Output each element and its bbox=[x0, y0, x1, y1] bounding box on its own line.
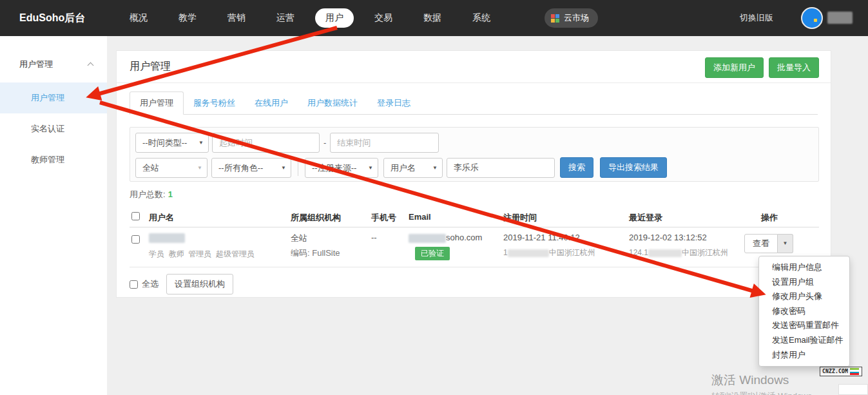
register-source-select[interactable]: --注册来源-- ▼ bbox=[305, 158, 378, 178]
cloud-market-button[interactable]: 云市场 bbox=[545, 8, 598, 28]
role-student: 学员 bbox=[149, 249, 164, 258]
user-roles: 学员 教师 管理员 超级管理员 bbox=[149, 249, 255, 260]
page-title: 用户管理 bbox=[130, 60, 171, 73]
menu-item-set-user-group[interactable]: 设置用户组 bbox=[759, 275, 849, 290]
caret-down-icon: ▼ bbox=[368, 159, 373, 177]
user-table: 用户名 所属组织机构 手机号 Email 注册时间 最近登录 操作 学员 教师 … bbox=[130, 208, 819, 267]
sidebar-item-user-management[interactable]: 用户管理 bbox=[0, 82, 107, 113]
nav-item-data[interactable]: 数据 bbox=[408, 12, 457, 24]
caret-down-icon: ▼ bbox=[281, 159, 286, 177]
login-location-text: 中国浙江杭州 bbox=[682, 248, 728, 257]
nav-item-user-active[interactable]: 用户 bbox=[310, 8, 359, 28]
user-total-label: 用户总数: bbox=[130, 189, 166, 199]
sidebar-group-user-management[interactable]: 用户管理 bbox=[0, 54, 107, 75]
caret-down-icon: ▼ bbox=[198, 133, 204, 152]
caret-down-icon: ▼ bbox=[197, 159, 202, 177]
filter-panel: --时间类型-- ▼ - 全站 ▼ --所有角色-- ▼ --注册来源-- bbox=[130, 127, 819, 182]
add-user-button[interactable]: 添加新用户 bbox=[705, 57, 764, 78]
sidebar: 用户管理 用户管理 实名认证 教师管理 bbox=[0, 36, 107, 395]
site-select[interactable]: 全站 ▼ bbox=[135, 158, 207, 178]
email-redacted bbox=[409, 234, 446, 243]
select-all-checkbox[interactable] bbox=[130, 280, 138, 289]
row-checkbox[interactable] bbox=[131, 235, 140, 244]
search-field-select[interactable]: 用户名 ▼ bbox=[383, 158, 443, 178]
watermark-line1: 激活 Windows bbox=[711, 372, 812, 389]
nav-item-system[interactable]: 系统 bbox=[457, 12, 506, 24]
nav-item-overview[interactable]: 概况 bbox=[114, 12, 163, 24]
date-separator: - bbox=[323, 138, 326, 148]
col-email: Email bbox=[409, 212, 431, 222]
email-visible: soho.com bbox=[446, 233, 482, 242]
main-panel: 用户管理 添加新用户 批量导入 用户管理 服务号粉丝 在线用户 用户数据统计 登… bbox=[116, 50, 831, 298]
login-ip-prefix: 124.1 bbox=[629, 248, 648, 257]
email-cell: soho.com bbox=[409, 233, 482, 243]
cloud-market-label: 云市场 bbox=[564, 12, 589, 24]
tab-online-users[interactable]: 在线用户 bbox=[245, 92, 298, 114]
panel-header: 用户管理 添加新用户 批量导入 bbox=[117, 51, 831, 83]
brand-title: EduSoho后台 bbox=[19, 0, 85, 36]
tab-service-fans[interactable]: 服务号粉丝 bbox=[184, 92, 245, 114]
user-total-summary: 用户总数:1 bbox=[130, 189, 173, 200]
register-time: 2019-11-21 11:40:12 bbox=[503, 233, 580, 242]
menu-item-send-password-reset-email[interactable]: 发送密码重置邮件 bbox=[759, 318, 849, 333]
tab-login-log[interactable]: 登录日志 bbox=[367, 92, 420, 114]
role-teacher: 教师 bbox=[169, 249, 184, 258]
avatar[interactable] bbox=[801, 7, 823, 29]
batch-import-button[interactable]: 批量导入 bbox=[769, 57, 819, 78]
table-header: 用户名 所属组织机构 手机号 Email 注册时间 最近登录 操作 bbox=[130, 208, 819, 227]
username-redacted bbox=[827, 12, 853, 24]
register-source-value: --注册来源-- bbox=[312, 163, 356, 173]
menu-item-send-email-verification[interactable]: 发送Email验证邮件 bbox=[759, 333, 849, 348]
login-ip-redacted bbox=[648, 249, 682, 257]
watermark-line2: 转到“设置”以激活 Windows bbox=[711, 390, 812, 395]
row-action-split-button: 查看 ▼ bbox=[744, 234, 793, 253]
nav-item-marketing[interactable]: 营销 bbox=[212, 12, 261, 24]
sidebar-item-teacher-management[interactable]: 教师管理 bbox=[0, 144, 107, 175]
mobile-value: -- bbox=[371, 233, 377, 242]
register-ip-redacted bbox=[508, 249, 549, 257]
view-button[interactable]: 查看 bbox=[744, 234, 778, 253]
nav-item-teaching[interactable]: 教学 bbox=[163, 12, 212, 24]
site-value: 全站 bbox=[142, 163, 159, 173]
col-organization: 所属组织机构 bbox=[291, 212, 341, 224]
col-mobile: 手机号 bbox=[371, 212, 396, 224]
cnzz-flag-icon bbox=[850, 368, 859, 375]
time-type-select[interactable]: --时间类型-- ▼ bbox=[135, 133, 209, 153]
keyword-input[interactable] bbox=[447, 158, 555, 178]
role-admin: 管理员 bbox=[188, 249, 211, 258]
menu-item-change-password[interactable]: 修改密码 bbox=[759, 304, 849, 319]
caret-down-icon: ▼ bbox=[432, 159, 438, 177]
switch-old-version-link[interactable]: 切换旧版 bbox=[740, 0, 773, 36]
cnzz-badge[interactable]: CNZZ.COM bbox=[820, 367, 862, 376]
select-all-header-checkbox[interactable] bbox=[131, 212, 140, 220]
menu-item-change-avatar[interactable]: 修改用户头像 bbox=[759, 289, 849, 304]
nav-item-operation[interactable]: 运营 bbox=[261, 12, 310, 24]
org-code: 编码: FullSite bbox=[291, 247, 340, 259]
nav-item-trade[interactable]: 交易 bbox=[359, 12, 408, 24]
col-username: 用户名 bbox=[149, 212, 174, 224]
verified-badge: 已验证 bbox=[415, 247, 450, 260]
username-redacted bbox=[149, 233, 185, 243]
menu-item-ban-user[interactable]: 封禁用户 bbox=[759, 348, 849, 363]
roles-select[interactable]: --所有角色-- ▼ bbox=[211, 158, 291, 178]
set-organization-button[interactable]: 设置组织机构 bbox=[166, 274, 233, 294]
active-nav-pill[interactable]: 用户 bbox=[315, 8, 354, 28]
bulk-actions: 全选 设置组织机构 bbox=[130, 274, 233, 294]
end-time-input[interactable] bbox=[330, 133, 439, 153]
sidebar-item-real-name-auth[interactable]: 实名认证 bbox=[0, 113, 107, 144]
export-results-button[interactable]: 导出搜索结果 bbox=[600, 157, 667, 178]
grid-icon bbox=[551, 14, 559, 23]
start-time-input[interactable] bbox=[212, 133, 320, 153]
last-login-location: 124.1中国浙江杭州 bbox=[629, 247, 728, 258]
corner-box bbox=[838, 384, 868, 395]
windows-activation-watermark: 激活 Windows 转到“设置”以激活 Windows bbox=[711, 372, 812, 395]
sidebar-group-label: 用户管理 bbox=[19, 59, 53, 69]
chevron-up-icon bbox=[88, 63, 94, 69]
search-button[interactable]: 搜索 bbox=[560, 157, 593, 178]
menu-item-edit-user-info[interactable]: 编辑用户信息 bbox=[759, 260, 849, 275]
view-dropdown-toggle[interactable]: ▼ bbox=[778, 234, 793, 253]
cnzz-label: CNZZ.COM bbox=[820, 369, 848, 374]
tab-user-management[interactable]: 用户管理 bbox=[130, 92, 184, 115]
col-last-login: 最近登录 bbox=[629, 212, 662, 224]
tab-user-statistics[interactable]: 用户数据统计 bbox=[298, 92, 367, 114]
